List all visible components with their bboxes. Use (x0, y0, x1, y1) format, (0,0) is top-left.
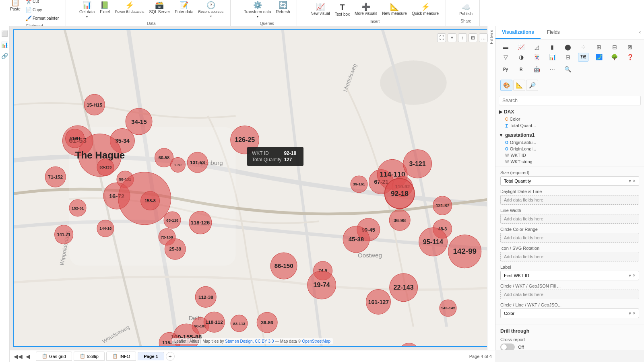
viz-icon-ai[interactable]: 🤖 (531, 65, 542, 74)
new-visual-button[interactable]: 📈 New visual (308, 2, 332, 18)
viz-icon-qa[interactable]: ❓ (625, 53, 635, 62)
more-visuals-button[interactable]: ➕ More visuals (353, 2, 379, 18)
label-remove-button[interactable]: × (633, 273, 636, 278)
field-color[interactable]: C Color (499, 116, 641, 122)
refresh-button[interactable]: 🔄 Refresh (274, 0, 292, 20)
viz-icon-gauge[interactable]: ◑ (516, 53, 526, 62)
get-data-button[interactable]: 📊 Get data ▾ (77, 0, 97, 20)
add-page-button[interactable]: + (166, 352, 175, 361)
osm-link[interactable]: OpenStreetMap (302, 339, 330, 343)
viz-icon-funnel[interactable]: ▽ (500, 53, 511, 62)
daylight-dropzone[interactable]: Add data fields here (500, 195, 639, 205)
viz-icon-bar[interactable]: ▬ (500, 43, 511, 51)
cut-button[interactable]: ✂️ Cut (23, 0, 61, 5)
enter-data-button[interactable]: 📝 Enter data (173, 0, 195, 20)
size-clear-button[interactable]: ▾ (629, 178, 631, 184)
analytics-pane-button[interactable]: 📐 (513, 80, 525, 91)
excel-button[interactable]: 📗 Excel (97, 0, 112, 20)
more-visuals-icon: ➕ (361, 3, 370, 10)
new-measure-button[interactable]: 📐 New measure (380, 2, 409, 18)
map-visual[interactable]: Ypenburg Oostweg Delft Berkel en Rodenri… (13, 29, 492, 347)
quick-measure-button[interactable]: ⚡ Quick measure (410, 2, 441, 18)
prop-size: Size (required) Total Quantity ▾ × (500, 170, 639, 186)
format-painter-button[interactable]: 🖌️ Format painter (23, 14, 61, 22)
gas-grid-tab[interactable]: 📋 Gas grid (36, 352, 72, 361)
publish-button[interactable]: ☁️ Publish (457, 2, 475, 17)
viz-icon-table[interactable]: ⊞ (594, 43, 604, 51)
viz-icon-slicer[interactable]: ⊟ (563, 53, 573, 62)
stamen-link[interactable]: Stamen Design, CC BY 3.0 (225, 339, 274, 343)
recent-sources-button[interactable]: 🕐 Recent sources ▾ (196, 0, 225, 20)
viz-icon-more[interactable]: ⋯ (547, 65, 557, 74)
get-data-arrow: ▾ (86, 15, 88, 19)
refresh-icon: 🔄 (279, 2, 287, 9)
viz-icon-filled-map[interactable]: 🗾 (594, 53, 604, 62)
circle-color-dropzone[interactable]: Add data fields here (500, 233, 639, 243)
viz-icon-treemap[interactable]: ⊠ (625, 43, 635, 51)
field-wkt-id[interactable]: W WKT ID (499, 152, 641, 158)
gasstations-field-group: ▼ gasstations1 O OriginLatitu... O Origi… (499, 131, 641, 165)
viz-icon-decomp[interactable]: 🌳 (609, 53, 620, 62)
filter-map-button[interactable]: ⊞ (469, 33, 477, 42)
circle-line-clear-button[interactable]: ▾ (629, 311, 631, 316)
viz-icon-r[interactable]: R (516, 65, 526, 74)
power-bi-button[interactable]: ⚡ Power BI datasets (113, 0, 146, 20)
format-pane-button[interactable]: 🎨 (500, 80, 512, 91)
field-wkt-string[interactable]: W WKT string (499, 158, 641, 165)
tab-fields[interactable]: Fields (541, 26, 566, 39)
line-width-dropzone[interactable]: Add data fields here (500, 214, 639, 224)
map-controls: ⛶ + ↑ ⊞ … (437, 33, 488, 42)
panel-collapse-button[interactable]: ‹ (636, 26, 644, 39)
tooltip-tab[interactable]: 📋 tooltip (74, 352, 105, 361)
size-remove-button[interactable]: × (633, 178, 636, 184)
cross-report-label: Cross-report (500, 337, 639, 342)
tab-visualizations[interactable]: Visualizations (495, 26, 541, 39)
size-select[interactable]: Total Quantity ▾ × (500, 176, 639, 186)
viz-icon-py[interactable]: Py (500, 65, 511, 74)
main-canvas: Ypenburg Oostweg Delft Berkel en Rodenri… (10, 26, 495, 350)
zoom-in-button[interactable]: + (448, 33, 456, 42)
circle-line-remove-button[interactable]: × (633, 311, 636, 316)
focus-mode-button[interactable]: ⛶ (437, 33, 446, 42)
viz-icon-kpi[interactable]: 📊 (547, 53, 557, 62)
viz-icon-card[interactable]: 🃏 (531, 53, 542, 62)
viz-icon-matrix[interactable]: ⊟ (609, 43, 620, 51)
viz-icon-pie[interactable]: ⬤ (563, 43, 573, 51)
data-view-icon[interactable]: 📊 (1, 41, 9, 49)
field-total-quantity[interactable]: ∑ Total Quant... (499, 122, 641, 129)
viz-icon-area[interactable]: ◿ (531, 43, 542, 51)
sql-button[interactable]: 🗃️ SQL Server (147, 0, 172, 20)
field-origin-long[interactable]: O OriginLongi... (499, 146, 641, 152)
viz-icon-line[interactable]: 📈 (516, 43, 526, 51)
copy-button[interactable]: 📄 Copy (23, 6, 61, 14)
page1-tab[interactable]: Page 1 (138, 352, 164, 361)
more-options-button[interactable]: … (479, 33, 488, 42)
cross-report-toggle[interactable] (500, 343, 515, 350)
report-view-icon[interactable]: ⬜ (1, 29, 9, 37)
dax-group-header[interactable]: ▶ DAX (499, 108, 641, 116)
first-page-button[interactable]: ◀◀ (13, 352, 23, 360)
analytics-icon: 📐 (516, 82, 523, 88)
gasstations-group-header[interactable]: ▼ gasstations1 (499, 131, 641, 139)
icon-rotation-dropzone[interactable]: Add data fields here (500, 252, 639, 261)
circle-line-select[interactable]: Color ▾ × (500, 309, 639, 318)
label-select[interactable]: First WKT ID ▾ × (500, 271, 639, 280)
text-box-button[interactable]: T Text box (333, 2, 352, 18)
viz-icon-bar2[interactable]: ▮ (547, 43, 557, 51)
model-view-icon[interactable]: 🔗 (1, 52, 9, 60)
drill-up-button[interactable]: ↑ (458, 33, 467, 42)
label-clear-button[interactable]: ▾ (629, 273, 631, 278)
info-tab[interactable]: 📋 INFO (106, 352, 136, 361)
circle-wkt-fill-dropzone[interactable]: Add data fields here (500, 290, 639, 299)
field-origin-lat[interactable]: O OriginLatitu... (499, 139, 641, 146)
viz-icon-scatter[interactable]: ⁘ (578, 43, 588, 51)
fields-search-input[interactable] (499, 96, 641, 105)
fields-pane-button[interactable]: 🔎 (526, 80, 538, 91)
prev-page-button[interactable]: ◀ (25, 352, 31, 360)
paste-button[interactable]: 📋 Paste (8, 0, 23, 22)
viz-icon-search[interactable]: 🔍 (563, 65, 573, 74)
dax-field-group: ▶ DAX C Color ∑ Total Quant... (499, 108, 641, 129)
transform-button[interactable]: ⚙️ Transform data ▾ (242, 0, 273, 20)
viz-icon-map[interactable]: 🗺 (578, 53, 588, 62)
prop-daylight: Daylight Date & Time Add data fields her… (500, 189, 639, 205)
